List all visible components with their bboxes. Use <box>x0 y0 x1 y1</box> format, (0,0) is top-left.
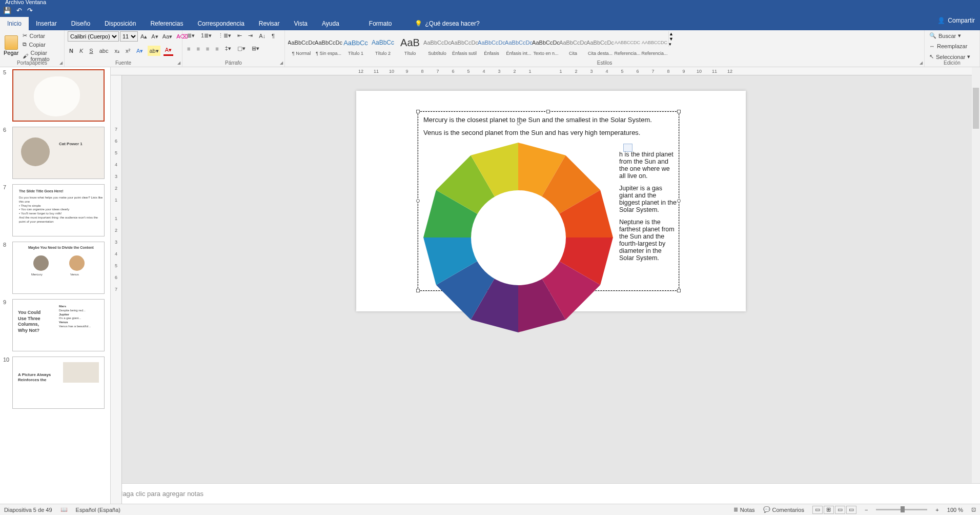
font-size-select[interactable]: 11 <box>120 31 138 42</box>
document-canvas[interactable]: ⟳ Mercury is the closest planet to the S… <box>111 75 980 483</box>
superscript-button[interactable]: x² <box>124 46 132 56</box>
style-item[interactable]: AaBbCcDcTexto en n... <box>533 31 559 59</box>
align-right-button[interactable]: ≡ <box>205 44 211 53</box>
style-item[interactable]: AaBbCcDc¶ Normal <box>288 31 315 59</box>
slide-thumb-5[interactable] <box>12 69 105 122</box>
styles-more-icon[interactable]: ▾ <box>669 42 677 47</box>
style-item[interactable]: AaBbCcDc¶ Sin espa... <box>315 31 342 59</box>
grow-font-button[interactable]: A▴ <box>139 31 149 42</box>
color-wheel-image[interactable] <box>423 143 613 332</box>
align-center-button[interactable]: ≡ <box>195 44 201 53</box>
rotate-handle-icon[interactable]: ⟳ <box>517 120 522 127</box>
sorter-view-button[interactable]: ⊞ <box>824 506 834 514</box>
bullets-button[interactable]: ≣▾ <box>186 31 196 40</box>
tab-disposicion[interactable]: Disposición <box>97 17 143 30</box>
tab-ayuda[interactable]: Ayuda <box>315 17 346 30</box>
text-effects-button[interactable]: A▾ <box>135 46 145 56</box>
multilevel-button[interactable]: ⋮≣▾ <box>216 31 233 40</box>
font-name-select[interactable]: Calibri (Cuerpo) <box>68 31 119 42</box>
find-button[interactable]: 🔍Buscar ▾ <box>928 31 973 40</box>
italic-button[interactable]: K <box>78 46 85 56</box>
wrapped-text[interactable]: h is the third planet from the Sun and t… <box>619 151 677 267</box>
style-item[interactable]: AaBTítulo <box>397 31 423 59</box>
shading-button[interactable]: ▢▾ <box>236 44 247 53</box>
slide-thumb-6[interactable]: Cat Power 1 <box>12 127 105 179</box>
font-launcher-icon[interactable]: ◢ <box>177 61 180 65</box>
paste-button[interactable]: Pegar <box>3 31 19 60</box>
strike-button[interactable]: abc <box>98 46 110 56</box>
zoom-out-button[interactable]: − <box>865 507 868 513</box>
style-item[interactable]: AaBbCcTítulo 2 <box>370 31 396 59</box>
styles-up-icon[interactable]: ▲ <box>669 31 677 36</box>
spellcheck-icon[interactable]: 📖 <box>60 506 68 513</box>
vertical-scrollbar[interactable] <box>972 67 980 483</box>
slide-thumb-7[interactable]: The Slide Title Goes Here! Do you know w… <box>12 184 105 236</box>
increase-indent-button[interactable]: ⇥ <box>247 31 254 40</box>
styles-down-icon[interactable]: ▼ <box>669 36 677 42</box>
numbering-button[interactable]: 1≣▾ <box>199 31 213 40</box>
show-marks-button[interactable]: ¶ <box>270 31 276 40</box>
align-left-button[interactable]: ≡ <box>186 44 192 53</box>
tab-correspondencia[interactable]: Correspondencia <box>190 17 251 30</box>
cut-button[interactable]: ✂Cortar <box>21 31 61 40</box>
line-spacing-button[interactable]: ‡▾ <box>223 44 233 53</box>
horizontal-ruler[interactable]: 121110987654321123456789101112 <box>111 67 980 75</box>
style-item[interactable]: AABBCCDCReferencia... <box>614 31 641 59</box>
slideshow-view-button[interactable]: ▭ <box>846 506 856 514</box>
tab-referencias[interactable]: Referencias <box>143 17 190 30</box>
style-item[interactable]: AaBbCcDcCita desta... <box>587 31 614 59</box>
tab-inicio[interactable]: Inicio <box>0 17 29 30</box>
tab-revisar[interactable]: Revisar <box>252 17 287 30</box>
fit-button[interactable]: ⊡ <box>971 506 976 513</box>
style-item[interactable]: AaBbCcDcCita <box>560 31 586 59</box>
undo-icon[interactable]: ↶ <box>16 7 22 14</box>
share-button[interactable]: 👤 Compartir <box>937 17 975 24</box>
status-slide-count[interactable]: Diapositiva 5 de 49 <box>4 507 52 513</box>
tab-formato[interactable]: Formato <box>362 17 399 30</box>
tab-vista[interactable]: Vista <box>287 17 315 30</box>
style-item[interactable]: AABBCCDCReferencia... <box>641 31 668 59</box>
style-item[interactable]: AaBbCcDcSubtítulo <box>424 31 451 59</box>
zoom-value[interactable]: 100 % <box>947 507 963 513</box>
style-item[interactable]: AaBbCcDcÉnfasis sutil <box>451 31 478 59</box>
font-color-button[interactable]: A▾ <box>164 46 173 56</box>
paragraph-launcher-icon[interactable]: ◢ <box>280 61 283 65</box>
bold-button[interactable]: N <box>68 46 75 56</box>
redo-icon[interactable]: ↷ <box>27 7 33 14</box>
subscript-button[interactable]: x₂ <box>113 46 121 56</box>
borders-button[interactable]: ⊞▾ <box>250 44 261 53</box>
normal-view-button[interactable]: ▭ <box>812 506 823 514</box>
justify-button[interactable]: ≡ <box>214 44 220 53</box>
paragraph-mercury[interactable]: Mercury is the closest planet to the Sun… <box>423 116 673 124</box>
highlight-button[interactable]: ab▾ <box>148 46 160 56</box>
shrink-font-button[interactable]: A▾ <box>150 31 159 42</box>
paragraph-venus[interactable]: Venus is the second planet from the Sun … <box>423 129 673 136</box>
zoom-slider[interactable] <box>876 509 927 510</box>
clipboard-launcher-icon[interactable]: ◢ <box>59 61 63 65</box>
status-language[interactable]: Español (España) <box>76 507 120 513</box>
underline-button[interactable]: S <box>88 46 94 56</box>
reading-view-button[interactable]: ▭ <box>835 506 845 514</box>
notes-pane[interactable]: Haga clic para agregar notas <box>111 483 980 504</box>
sort-button[interactable]: A↓ <box>257 31 267 40</box>
slide-thumb-8[interactable]: Maybe You Need to Divide the Content Mer… <box>12 242 105 294</box>
styles-launcher-icon[interactable]: ◢ <box>920 61 923 65</box>
tell-me-search[interactable]: 💡 ¿Qué desea hacer? <box>415 17 480 30</box>
copy-button[interactable]: ⧉Copiar <box>21 40 61 49</box>
zoom-in-button[interactable]: + <box>935 507 938 513</box>
decrease-indent-button[interactable]: ⇤ <box>236 31 243 40</box>
save-icon[interactable]: 💾 <box>3 7 11 14</box>
tab-insertar[interactable]: Insertar <box>29 17 64 30</box>
slide-thumb-9[interactable]: You Could Use Three Columns, Why Not? Ma… <box>12 299 105 351</box>
style-item[interactable]: AaBbCcDcÉnfasis <box>478 31 505 59</box>
tab-diseno[interactable]: Diseño <box>64 17 97 30</box>
vertical-ruler[interactable]: 76543211234567 <box>111 75 122 504</box>
style-item[interactable]: AaBbCcTítulo 1 <box>342 31 369 59</box>
slide-thumb-10[interactable]: A Picture Always Reinforces the <box>12 356 105 409</box>
text-box-selected[interactable]: ⟳ Mercury is the closest planet to the S… <box>418 111 679 291</box>
style-item[interactable]: AaBbCcDcÉnfasis int... <box>505 31 532 59</box>
slide-thumbnail-panel[interactable]: 5 6 Cat Power 1 7 The Slide Title Goes H… <box>0 67 111 504</box>
comments-button[interactable]: 💬 Comentarios <box>763 506 804 513</box>
change-case-button[interactable]: Aa▾ <box>161 31 174 42</box>
notes-button[interactable]: ≣ Notas <box>733 506 755 513</box>
